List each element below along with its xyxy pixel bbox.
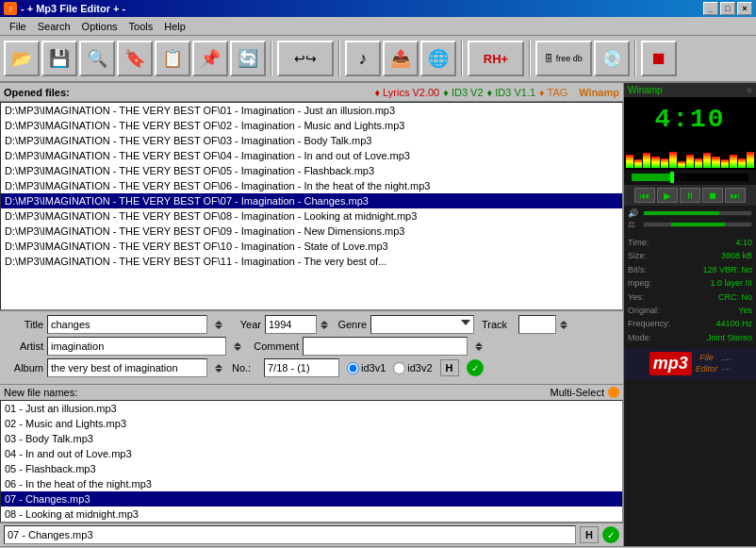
winamp-info: Time: 4:10 Size: 3908 kB Bit/s: 128 VBR:… xyxy=(624,232,756,348)
album-input[interactable] xyxy=(47,358,207,377)
bar-6 xyxy=(669,152,677,168)
filename-input[interactable] xyxy=(4,525,576,544)
winamp-stop[interactable]: ⏹ xyxy=(702,188,723,203)
toolbar-pin[interactable]: 📌 xyxy=(192,41,228,76)
tag-tag[interactable]: ♦ TAG xyxy=(539,87,567,98)
apply-button[interactable]: ✓ xyxy=(467,359,484,376)
toolbar-export[interactable]: 📤 xyxy=(383,41,419,76)
newnames-label: New file names: xyxy=(4,387,77,398)
menu-search[interactable]: Search xyxy=(32,19,76,34)
toolbar-refresh[interactable]: 🔄 xyxy=(230,41,266,76)
newname-item[interactable]: 01 - Just an illusion.mp3 xyxy=(1,401,622,416)
track-up-btn[interactable] xyxy=(560,321,567,324)
artist-down-btn[interactable] xyxy=(234,347,241,351)
file-item[interactable]: D:\MP3\IMAGINATION - THE VERY BEST OF\11… xyxy=(1,254,622,269)
id3v2-radio[interactable]: id3v2 xyxy=(393,362,432,374)
album-down-btn[interactable] xyxy=(215,369,222,373)
info-mpeg: mpeg: 1.0 layer III xyxy=(628,276,752,290)
multiselect-button[interactable]: Multi-Select xyxy=(551,387,619,398)
winamp-pause[interactable]: ⏸ xyxy=(680,188,700,203)
toolbar-search[interactable]: 🔍 xyxy=(79,41,115,76)
id3v2-tag[interactable]: ♦ ID3 V2 xyxy=(443,87,483,98)
newname-item[interactable]: 03 - Body Talk.mp3 xyxy=(1,431,622,446)
file-item[interactable]: D:\MP3\IMAGINATION - THE VERY BEST OF\01… xyxy=(1,103,622,118)
winamp-label: Winamp xyxy=(628,85,663,95)
winamp-control-icon[interactable]: ≡ xyxy=(747,85,752,95)
file-list-header: Opened files: ♦ Lyrics V2.00 ♦ ID3 V2 ♦ … xyxy=(0,83,623,102)
artist-up-btn[interactable] xyxy=(234,342,241,346)
toolbar-web[interactable]: 🌐 xyxy=(420,41,456,76)
winamp-progress-container[interactable] xyxy=(624,170,756,185)
toolbar-bookmark[interactable]: 🔖 xyxy=(117,41,153,76)
winamp-play[interactable]: ▶ xyxy=(657,188,678,203)
winamp-prev[interactable]: ⏮ xyxy=(634,188,655,203)
multiselect-indicator xyxy=(608,387,619,398)
artist-input[interactable] xyxy=(47,337,226,356)
winamp-bars xyxy=(624,141,756,170)
comment-down-btn[interactable] xyxy=(475,347,483,351)
toolbar-save[interactable]: 💾 xyxy=(41,41,77,76)
genre-select[interactable] xyxy=(370,315,474,334)
id3v11-tag[interactable]: ♦ ID3 V1.1 xyxy=(487,87,535,98)
toolbar-disc[interactable]: 💿 xyxy=(594,41,630,76)
id3v1-radio[interactable]: id3v1 xyxy=(347,362,386,374)
toolbar-back[interactable]: ↩↪ xyxy=(277,41,334,76)
file-item[interactable]: D:\MP3\IMAGINATION - THE VERY BEST OF\05… xyxy=(1,163,622,178)
comment-up-btn[interactable] xyxy=(475,342,483,346)
info-mode: Mode: Joint Stereo xyxy=(628,331,752,344)
minimize-button[interactable]: _ xyxy=(703,2,718,15)
file-item-selected[interactable]: D:\MP3\IMAGINATION - THE VERY BEST OF\07… xyxy=(1,193,622,208)
file-item[interactable]: D:\MP3\IMAGINATION - THE VERY BEST OF\08… xyxy=(1,208,622,224)
toolbar-stop[interactable]: ⏹ xyxy=(641,41,677,76)
newname-item-selected[interactable]: 07 - Changes.mp3 xyxy=(1,491,622,506)
close-button[interactable]: × xyxy=(737,2,752,15)
filename-apply-button[interactable]: ✓ xyxy=(602,526,619,543)
toolbar-music[interactable]: ♪ xyxy=(345,41,381,76)
file-item[interactable]: D:\MP3\IMAGINATION - THE VERY BEST OF\03… xyxy=(1,133,622,148)
newname-item[interactable]: 02 - Music and Lights.mp3 xyxy=(1,416,622,431)
bar-4 xyxy=(651,157,659,168)
balance-row: ⚖ xyxy=(628,220,752,229)
winamp-next[interactable]: ⏭ xyxy=(725,188,746,203)
volume-slider[interactable] xyxy=(643,210,752,216)
newname-item[interactable]: 08 - Looking at midnight.mp3 xyxy=(1,506,622,522)
filename-h-button[interactable]: H xyxy=(580,526,599,543)
menu-options[interactable]: Options xyxy=(76,19,123,34)
title-down-btn[interactable] xyxy=(215,325,222,329)
artist-label: Artist xyxy=(4,340,43,352)
file-item[interactable]: D:\MP3\IMAGINATION - THE VERY BEST OF\04… xyxy=(1,148,622,163)
toolbar-open[interactable]: 📂 xyxy=(4,41,40,76)
menu-file[interactable]: File xyxy=(4,19,32,34)
year-input[interactable] xyxy=(265,315,317,334)
file-list[interactable]: D:\MP3\IMAGINATION - THE VERY BEST OF\01… xyxy=(0,102,623,310)
track-down-btn[interactable] xyxy=(560,325,567,329)
file-item[interactable]: D:\MP3\IMAGINATION - THE VERY BEST OF\06… xyxy=(1,178,622,193)
lyrics-tag[interactable]: ♦ Lyrics V2.00 xyxy=(374,87,439,98)
title-up-btn[interactable] xyxy=(215,321,222,324)
toolbar-db[interactable]: 🗄 free db xyxy=(535,41,592,76)
menu-help[interactable]: Help xyxy=(158,19,191,34)
file-item[interactable]: D:\MP3\IMAGINATION - THE VERY BEST OF\09… xyxy=(1,224,622,239)
no-input[interactable] xyxy=(264,358,339,377)
year-up-btn[interactable] xyxy=(320,321,328,324)
newname-item[interactable]: 06 - In the heat of the night.mp3 xyxy=(1,476,622,491)
menu-tools[interactable]: Tools xyxy=(123,19,159,34)
maximize-button[interactable]: □ xyxy=(720,2,735,15)
balance-slider[interactable] xyxy=(643,222,752,227)
h-button[interactable]: H xyxy=(440,359,459,376)
winamp-progress[interactable] xyxy=(632,174,748,181)
newname-item[interactable]: 05 - Flashback.mp3 xyxy=(1,461,622,476)
title-input[interactable] xyxy=(47,315,207,334)
file-item[interactable]: D:\MP3\IMAGINATION - THE VERY BEST OF\10… xyxy=(1,239,622,254)
album-up-btn[interactable] xyxy=(215,364,222,368)
toolbar-copy[interactable]: 📋 xyxy=(155,41,190,76)
year-label: Year xyxy=(228,319,261,330)
track-input[interactable] xyxy=(518,315,556,334)
newname-item[interactable]: 04 - In and out of Love.mp3 xyxy=(1,446,622,461)
newnames-list[interactable]: 01 - Just an illusion.mp3 02 - Music and… xyxy=(0,400,623,523)
year-down-btn[interactable] xyxy=(320,325,328,329)
bar-11 xyxy=(712,157,719,168)
file-item[interactable]: D:\MP3\IMAGINATION - THE VERY BEST OF\02… xyxy=(1,118,622,133)
toolbar-rh[interactable]: RH+ xyxy=(468,41,524,76)
comment-input[interactable] xyxy=(303,337,468,356)
